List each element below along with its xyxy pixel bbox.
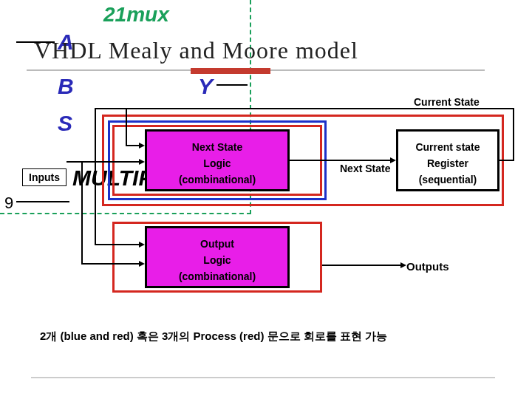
wire <box>95 244 140 245</box>
block-line: Next State <box>147 139 287 155</box>
slide-title: VHDL Mealy and Moore model <box>34 37 358 64</box>
wire <box>322 265 402 266</box>
current-state-label: Current State <box>414 96 480 108</box>
block-line: (sequential) <box>398 171 497 188</box>
block-line: Register <box>398 155 497 171</box>
next-state-label: Next State <box>340 163 390 174</box>
next-state-logic-block: Next State Logic (combinational) <box>145 129 290 191</box>
block-line: Current state <box>398 139 497 155</box>
wire <box>81 161 83 265</box>
arrow-right-icon <box>400 262 406 268</box>
bg-letter-y: Y <box>198 74 213 99</box>
wire <box>66 161 140 163</box>
arrow-right-icon <box>390 157 396 163</box>
wire <box>126 145 140 146</box>
arrow-right-icon <box>139 261 145 267</box>
output-logic-block: Output Logic (combinational) <box>145 226 290 288</box>
arrow-right-icon <box>139 242 145 248</box>
current-state-register-block: Current state Register (sequential) <box>396 129 499 191</box>
wire <box>95 108 127 109</box>
wire <box>126 108 127 145</box>
bg-wire <box>16 201 69 202</box>
wire <box>290 160 392 161</box>
block-line: Logic <box>147 155 287 171</box>
inputs-box: Inputs <box>22 168 66 186</box>
block-line: (combinational) <box>147 171 287 188</box>
wire <box>126 108 514 109</box>
wire <box>513 108 514 161</box>
bg-letter-s: S <box>58 111 72 136</box>
block-line: Logic <box>147 252 287 268</box>
wire <box>499 160 513 161</box>
title-accent <box>191 68 270 74</box>
wire <box>81 263 140 265</box>
bg-mux-label: 21mux <box>103 3 169 27</box>
bottom-rule <box>31 377 495 378</box>
bg-letter-b: B <box>58 74 74 99</box>
bg-nine-label: 9 <box>4 194 13 213</box>
block-line: Output <box>147 236 287 252</box>
arrow-right-icon <box>139 143 145 149</box>
bg-wire <box>216 84 248 86</box>
caption-text: 2개 (blue and red) 혹은 3개의 Process (red) 문… <box>40 330 387 344</box>
arrow-right-icon <box>139 159 145 165</box>
outputs-label: Outputs <box>406 260 449 273</box>
block-line: (combinational) <box>147 268 287 284</box>
wire <box>95 108 96 245</box>
